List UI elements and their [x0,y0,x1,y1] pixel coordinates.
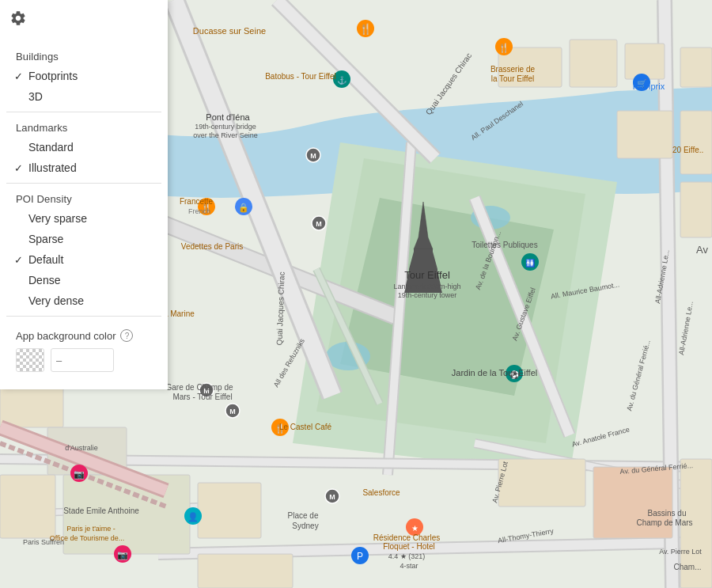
svg-text:Salesforce: Salesforce [362,488,400,497]
svg-rect-19 [198,483,261,538]
svg-text:Le Castel Café: Le Castel Café [279,423,332,431]
3d-option[interactable]: 3D [6,86,161,107]
poi-density-section-header: POI Density [6,188,161,208]
svg-text:4.4 ★ (321): 4.4 ★ (321) [388,552,426,560]
svg-text:Ducasse sur Seine: Ducasse sur Seine [193,26,266,36]
svg-text:M: M [310,152,316,160]
svg-rect-25 [414,249,433,252]
svg-text:19th-century tower: 19th-century tower [398,291,457,299]
sparse-option[interactable]: Sparse [6,229,161,249]
divider-3 [6,316,161,317]
standard-option[interactable]: Standard [6,137,161,157]
svg-text:🚻: 🚻 [525,258,536,268]
svg-rect-20 [198,554,293,588]
default-option[interactable]: Default [6,249,161,270]
svg-text:French: French [188,207,210,215]
svg-text:la Tour Eiffel: la Tour Eiffel [491,74,535,83]
svg-text:Tour Eiffel: Tour Eiffel [404,269,450,281]
svg-text:Vedettes de Paris: Vedettes de Paris [181,242,243,251]
svg-rect-17 [0,475,55,538]
svg-text:Gare de Champ de: Gare de Champ de [165,383,233,392]
svg-text:Landmark 330m-high: Landmark 330m-high [393,283,460,290]
buildings-section-header: Buildings [6,46,161,66]
svg-text:4-star: 4-star [400,562,418,570]
svg-text:Résidence Charles: Résidence Charles [373,533,441,542]
svg-text:M: M [329,493,335,501]
svg-text:Place de: Place de [288,511,319,520]
svg-rect-7 [570,40,617,87]
color-text-input[interactable] [51,348,114,372]
svg-text:📷: 📷 [74,469,85,480]
svg-text:Bassins du: Bassins du [648,509,687,518]
very-dense-option[interactable]: Very dense [6,290,161,311]
svg-rect-11 [680,111,712,174]
svg-text:M: M [316,220,322,228]
svg-text:Franprix: Franprix [633,82,665,91]
svg-text:19th-century bridge: 19th-century bridge [195,123,256,131]
svg-rect-12 [680,182,712,237]
svg-text:Toilettes Publiques: Toilettes Publiques [472,241,537,249]
very-sparse-option[interactable]: Very sparse [6,208,161,229]
svg-text:P: P [357,551,363,562]
landmarks-section-header: Landmarks [6,117,161,137]
svg-text:Sydney: Sydney [292,522,318,530]
svg-text:📷: 📷 [117,549,128,560]
dense-option[interactable]: Dense [6,270,161,290]
svg-text:Floquet - Hotel: Floquet - Hotel [383,542,435,551]
divider-1 [6,112,161,112]
svg-text:Cham...: Cham... [673,563,701,571]
svg-text:over the River Seine: over the River Seine [193,131,258,139]
svg-rect-10 [680,47,712,87]
svg-text:Batobus - Tour Eiffel: Batobus - Tour Eiffel [265,72,336,81]
svg-text:🍴: 🍴 [498,42,509,53]
svg-text:Av: Av [696,244,708,256]
svg-rect-8 [625,44,665,79]
svg-text:👤: 👤 [187,511,199,522]
divider-2 [6,183,161,184]
svg-text:Pont d'Iéna: Pont d'Iéna [206,112,250,122]
illustrated-option[interactable]: Illustrated [6,157,161,178]
settings-panel: Buildings Footprints 3D Landmarks Standa… [0,0,168,389]
svg-text:Jardin de la Tour Eiffel: Jardin de la Tour Eiffel [452,368,537,377]
svg-text:★: ★ [411,524,418,533]
svg-text:Av. Pierre Lot: Av. Pierre Lot [659,548,702,556]
svg-text:Mars - Tour Eiffel: Mars - Tour Eiffel [172,393,232,401]
svg-text:Stade Emile Anthoine: Stade Emile Anthoine [63,506,139,515]
svg-text:⚓: ⚓ [337,75,347,85]
svg-rect-23 [498,459,585,506]
svg-text:Francette: Francette [180,197,214,206]
svg-text:20 Eiffe..: 20 Eiffe.. [672,146,703,154]
help-icon[interactable]: ? [120,329,133,342]
svg-text:Brasserie de: Brasserie de [490,65,536,74]
svg-marker-26 [409,252,437,269]
color-picker-swatch[interactable] [16,348,44,372]
svg-text:M: M [229,408,236,415]
gear-button[interactable] [0,0,36,36]
svg-text:🔒: 🔒 [238,202,249,213]
svg-text:Champ de Mars: Champ de Mars [636,518,692,527]
svg-text:Paris Suffren: Paris Suffren [23,538,64,546]
color-input-row [16,348,152,372]
svg-rect-9 [617,111,672,158]
svg-text:Paris je t'aime -: Paris je t'aime - [66,525,116,533]
svg-rect-21 [593,467,672,538]
svg-text:🍴: 🍴 [359,22,373,36]
app-bg-color-label: App background color [16,330,116,342]
footprints-option[interactable]: Footprints [6,66,161,86]
app-bg-color-section: App background color ? [6,321,161,377]
svg-text:d'Australie: d'Australie [65,444,98,452]
